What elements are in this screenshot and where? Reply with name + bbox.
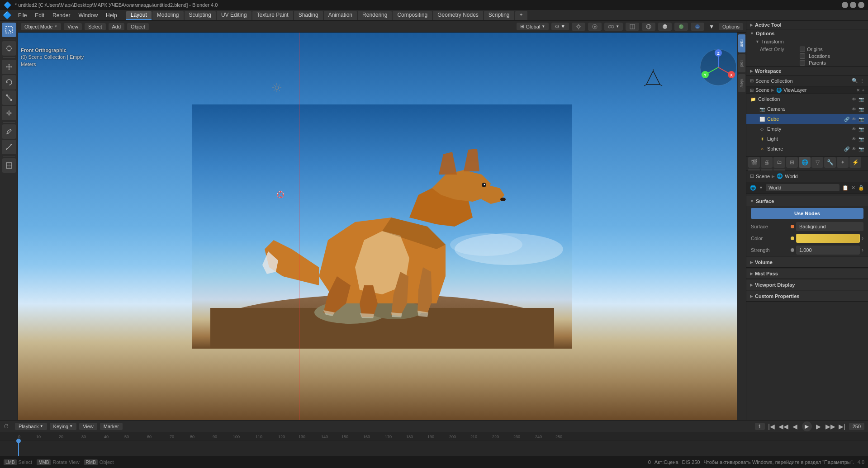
light-item[interactable]: ☀ Light 👁 📷 [746, 134, 868, 144]
close-button[interactable] [858, 2, 864, 8]
use-nodes-button[interactable]: Use Nodes [751, 208, 863, 219]
maximize-button[interactable] [850, 2, 856, 8]
move-tool-button[interactable] [2, 60, 16, 74]
viewport-view-button[interactable]: View [64, 23, 82, 30]
scene-close-icon[interactable]: ✕ [856, 88, 860, 93]
workspace-tab-animation[interactable]: Animation [324, 11, 357, 20]
workspace-tab-shading[interactable]: Shading [294, 11, 323, 20]
scene-filter-icon[interactable]: 🔍 [852, 78, 858, 84]
render-properties-button[interactable]: 🎬 [748, 157, 760, 168]
marker-button[interactable]: Marker [100, 423, 123, 430]
select-tool-button[interactable] [2, 23, 16, 37]
next-keyframe-button[interactable]: ▶▶ [825, 421, 835, 431]
workspace-section[interactable]: ▶ Workspace [746, 67, 868, 76]
viewport-object-button[interactable]: Object [127, 23, 149, 30]
menu-window[interactable]: Window [75, 11, 101, 19]
viewport-add-button[interactable]: Add [109, 23, 125, 30]
add-cube-tool-button[interactable] [2, 158, 16, 173]
solid-shading-button[interactable] [658, 23, 672, 31]
empty-item[interactable]: ◇ Empty 👁 📷 [746, 124, 868, 134]
transform-orientation-button[interactable]: ⊞ Global ▼ [517, 23, 549, 30]
surface-section-header[interactable]: ▼ Surface [746, 196, 868, 206]
rendered-view-button[interactable] [691, 23, 704, 31]
cube-visibility-icon[interactable]: 👁 [851, 116, 857, 122]
viewport-display-section-header[interactable]: ▶ Viewport Display [746, 280, 868, 290]
viewport-canvas[interactable]: Front Orthographic (0) Scene Collection … [18, 33, 746, 420]
workspace-tab-uv-editing[interactable]: UV Editing [217, 11, 251, 20]
viewport-overlays-button[interactable]: ▼ [604, 23, 623, 31]
snapping-button[interactable] [572, 23, 585, 31]
origins-checkbox[interactable] [800, 47, 805, 52]
light-visibility-icon[interactable]: 👁 [851, 136, 857, 142]
workspace-tab-geometry-nodes[interactable]: Geometry Nodes [433, 11, 483, 20]
cursor-tool-button[interactable] [2, 41, 16, 56]
world-name-input[interactable] [766, 184, 840, 191]
blender-logo-icon[interactable]: 🔷 [3, 11, 12, 19]
camera-visibility-icon[interactable]: 👁 [851, 106, 857, 112]
side-tab-view[interactable]: View [738, 74, 745, 92]
workspace-tab-add[interactable]: + [515, 11, 527, 20]
surface-value-box[interactable]: Background [796, 222, 863, 231]
play-button[interactable]: ▶ [802, 421, 812, 431]
object-mode-button[interactable]: Object Mode ▼ [21, 23, 61, 30]
menu-file[interactable]: File [14, 11, 30, 19]
material-preview-button[interactable] [674, 23, 688, 31]
camera-render-icon[interactable]: 📷 [858, 106, 864, 112]
collection-item[interactable]: 📁 Collection 👁 📷 [746, 94, 868, 104]
keying-button[interactable]: Keying ▼ [50, 423, 77, 430]
next-frame-button[interactable]: ▶ [814, 421, 824, 431]
custom-properties-section-header[interactable]: ▶ Custom Properties [746, 291, 868, 301]
color-swatch[interactable] [796, 234, 860, 243]
collection-render-icon[interactable]: 📷 [858, 96, 864, 102]
options-button[interactable]: Options [719, 23, 743, 30]
timeline-content[interactable]: 0 10 20 30 40 50 60 70 80 90 100 110 120… [0, 432, 868, 456]
annotate-tool-button[interactable] [2, 124, 16, 139]
sphere-item[interactable]: ○ Sphere 🔗 👁 📷 [746, 144, 868, 154]
playback-button[interactable]: Playback ▼ [15, 423, 47, 430]
modifier-properties-button[interactable]: 🔧 [824, 157, 836, 168]
physics-properties-button[interactable]: ⚡ [849, 157, 861, 168]
jump-end-button[interactable]: ▶| [837, 421, 847, 431]
empty-render-icon[interactable]: 📷 [858, 126, 864, 132]
minimize-button[interactable] [842, 2, 848, 8]
parents-checkbox[interactable] [800, 60, 805, 66]
world-new-icon[interactable]: 📋 [842, 185, 849, 191]
pivot-button[interactable]: ⊙ ▼ [551, 23, 569, 30]
sphere-visibility-icon[interactable]: 👁 [851, 146, 857, 152]
prev-keyframe-button[interactable]: ◀◀ [778, 421, 788, 431]
active-tool-header[interactable]: ▶ Active Tool [746, 21, 868, 29]
workspace-tab-texture-paint[interactable]: Texture Paint [252, 11, 293, 20]
workspace-tab-rendering[interactable]: Rendering [358, 11, 392, 20]
viewport-area[interactable]: Object Mode ▼ View Select Add Object ⊞ G… [18, 21, 746, 420]
window-controls[interactable] [842, 2, 864, 8]
output-properties-button[interactable]: 🖨 [761, 157, 773, 168]
world-fake-user-icon[interactable]: 🔒 [858, 185, 864, 191]
cube-link-icon[interactable]: 🔗 [844, 116, 850, 122]
timeline-tracks[interactable] [0, 440, 868, 456]
transform-header[interactable]: ▼ Transform [746, 38, 868, 46]
measure-tool-button[interactable] [2, 140, 16, 154]
scene-options-icon[interactable]: ⋮ [860, 78, 864, 83]
view-button[interactable]: View [79, 423, 97, 430]
sphere-link-icon[interactable]: 🔗 [844, 146, 850, 152]
light-render-icon[interactable]: 📷 [858, 136, 864, 142]
rotate-tool-button[interactable] [2, 75, 16, 90]
workspace-tab-scripting[interactable]: Scripting [484, 11, 514, 20]
world-close-icon[interactable]: ✕ [851, 185, 855, 191]
sphere-render-icon[interactable]: 📷 [858, 146, 864, 152]
object-properties-button[interactable]: ▽ [811, 157, 823, 168]
color-right-arrow[interactable]: › [862, 235, 863, 241]
start-frame-display[interactable]: 1 [755, 423, 765, 430]
menu-help[interactable]: Help [102, 11, 121, 19]
world-properties-button[interactable]: 🌐 [799, 157, 811, 168]
side-tab-tool[interactable]: Tool [738, 54, 745, 72]
mist-pass-section-header[interactable]: ▶ Mist Pass [746, 269, 868, 279]
transform-tool-button[interactable] [2, 106, 16, 120]
workspace-tab-sculpting[interactable]: Sculpting [185, 11, 216, 20]
workspace-tab-layout[interactable]: Layout [126, 11, 152, 20]
volume-section-header[interactable]: ▶ Volume [746, 257, 868, 267]
empty-visibility-icon[interactable]: 👁 [851, 126, 857, 132]
cube-item[interactable]: ⬜ Cube 🔗 👁 📷 [746, 114, 868, 124]
workspace-tab-compositing[interactable]: Compositing [393, 11, 432, 20]
navigation-gizmo[interactable]: Z X Y [698, 47, 739, 89]
